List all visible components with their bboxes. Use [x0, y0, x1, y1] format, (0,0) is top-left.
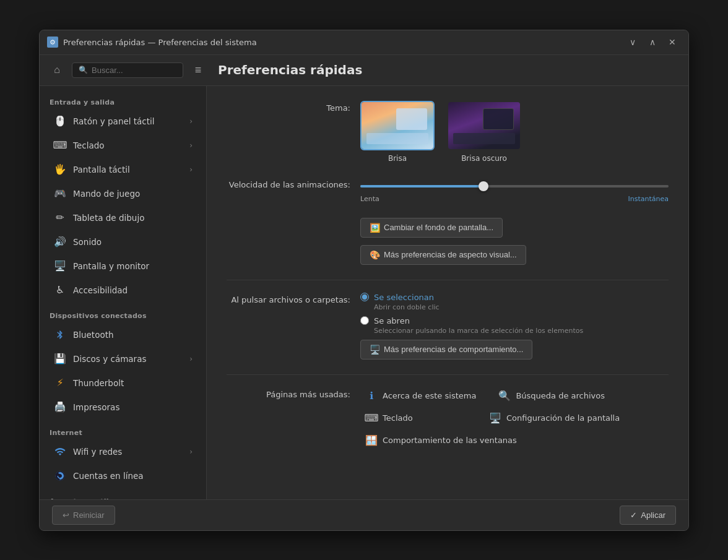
close-button[interactable]: ✕: [664, 35, 681, 49]
radio-option-select: Se seleccionan Abrir con doble clic: [360, 293, 669, 311]
sidebar-item-pantalla-monitor[interactable]: 🖥️ Pantalla y monitor: [43, 254, 202, 278]
visual-prefs-button[interactable]: 🎨 Más preferencias de aspecto visual...: [360, 245, 526, 265]
theme-dark-preview: [447, 101, 521, 150]
frequent-label: Páginas más usadas:: [227, 387, 350, 399]
frequent-items-2: ⌨️ Teclado 🖥️ Configuración de la pantal…: [360, 410, 669, 427]
animation-slider-track: [360, 185, 669, 187]
radio-group-file-click: Se seleccionan Abrir con doble clic Se a…: [360, 293, 669, 335]
sidebar-item-bluetooth[interactable]: Bluetooth: [43, 323, 202, 347]
bluetooth-icon: [53, 328, 67, 342]
sidebar-item-pantalla-tactil[interactable]: 🖐️ Pantalla táctil ›: [43, 158, 202, 181]
radio-label-open[interactable]: Se abren: [360, 316, 669, 325]
animation-slider-fill: [360, 185, 483, 187]
file-click-control: Se seleccionan Abrir con doble clic Se a…: [360, 293, 669, 360]
section-title-aspecto: Aspecto y estilo: [40, 493, 206, 499]
sidebar-item-raton[interactable]: 🖱️ Ratón y panel táctil ›: [43, 110, 202, 133]
section-title-dispositivos: Dispositivos conectados: [40, 307, 206, 322]
radio-sublabel-open: Seleccionar pulsando la marca de selecci…: [360, 327, 669, 335]
sidebar-item-discos[interactable]: 💾 Discos y cámaras ›: [43, 347, 202, 371]
animation-control: Lenta Instantánea: [360, 178, 669, 203]
sidebar-item-wifi[interactable]: Wifi y redes ›: [43, 440, 202, 463]
frequent-item-teclado[interactable]: ⌨️ Teclado: [360, 410, 472, 427]
animation-label: Velocidad de las animaciones:: [227, 178, 350, 189]
sidebar-label-raton: Ratón y panel táctil: [73, 116, 183, 126]
theme-dark-option[interactable]: Brisa oscuro: [447, 101, 521, 163]
reset-icon: ↩: [63, 510, 69, 520]
animation-slider-labels: Lenta Instantánea: [360, 195, 669, 203]
chevron-right-icon: ›: [189, 165, 193, 174]
frequent-label-config-pantalla: Configuración de la pantalla: [506, 413, 620, 423]
main-window: ⚙ Preferencias rápidas — Preferencias de…: [39, 30, 689, 531]
frequent-row-container: Páginas más usadas: ℹ️ Acerca de este si…: [227, 387, 669, 449]
maximize-button[interactable]: ∧: [644, 35, 661, 49]
mouse-icon: 🖱️: [53, 114, 67, 128]
frequent-item-busqueda[interactable]: 🔍 Búsqueda de archivos: [493, 387, 610, 405]
sound-icon: 🔊: [53, 235, 67, 249]
sidebar-label-pantalla-monitor: Pantalla y monitor: [73, 261, 193, 271]
sidebar-item-tableta[interactable]: ✏️ Tableta de dibujo: [43, 206, 202, 230]
minimize-button[interactable]: ∨: [624, 35, 641, 49]
touchscreen-icon: 🖐️: [53, 163, 67, 176]
visual-buttons-control: 🖼️ Cambiar el fondo de pantalla... 🎨 Más…: [360, 218, 669, 265]
gamepad-icon: 🎮: [53, 187, 67, 200]
sidebar-item-impresoras[interactable]: 🖨️ Impresoras: [43, 395, 202, 419]
content-area: Entrada y salida 🖱️ Ratón y panel táctil…: [40, 86, 688, 499]
section-title-internet: Internet: [40, 424, 206, 439]
titlebar: ⚙ Preferencias rápidas — Preferencias de…: [40, 30, 688, 55]
thunderbolt-icon: ⚡: [53, 376, 67, 390]
config-pantalla-icon: 🖥️: [489, 412, 501, 424]
visual-buttons: 🖼️ Cambiar el fondo de pantalla... 🎨 Más…: [360, 218, 669, 265]
apply-label: Aplicar: [641, 510, 665, 520]
sidebar-item-mando[interactable]: 🎮 Mando de juego: [43, 182, 202, 205]
chevron-right-icon: ›: [189, 447, 193, 456]
wallpaper-button[interactable]: 🖼️ Cambiar el fondo de pantalla...: [360, 218, 503, 238]
disk-icon: 💾: [53, 352, 67, 366]
sidebar-item-thunderbolt[interactable]: ⚡ Thunderbolt: [43, 371, 202, 395]
ventanas-icon: 🪟: [365, 434, 378, 447]
sidebar-item-teclado[interactable]: ⌨️ Teclado ›: [43, 134, 202, 157]
reset-button[interactable]: ↩ Reiniciar: [52, 506, 115, 525]
toolbar: ⌂ 🔍 ≡ Preferencias rápidas: [40, 55, 688, 86]
sidebar-label-discos: Discos y cámaras: [73, 354, 183, 364]
theme-brisa-option[interactable]: Brisa: [360, 101, 435, 163]
sidebar-item-accesibilidad[interactable]: ♿ Accesibilidad: [43, 278, 202, 302]
visual-prefs-label: Más preferencias de aspecto visual...: [384, 250, 517, 259]
page-title: Preferencias rápidas: [218, 62, 362, 77]
home-button[interactable]: ⌂: [47, 60, 67, 80]
radio-text-select: Se seleccionan: [374, 293, 434, 302]
animation-setting-row: Velocidad de las animaciones: Lenta Inst…: [227, 178, 669, 203]
section-divider-2: [227, 374, 669, 375]
checkmark-icon: ✓: [630, 510, 637, 520]
file-click-label: Al pulsar archivos o carpetas:: [227, 293, 350, 304]
sidebar-label-tableta: Tableta de dibujo: [73, 213, 193, 223]
section-title-entrada: Entrada y salida: [40, 93, 206, 109]
monitor-icon: 🖥️: [53, 259, 67, 273]
radio-input-select[interactable]: [360, 293, 369, 301]
sidebar-label-pantalla-tactil: Pantalla táctil: [73, 165, 183, 174]
printer-icon: 🖨️: [53, 400, 67, 414]
main-panel: Tema: Brisa: [207, 86, 688, 499]
frequent-items-3: 🪟 Comportamiento de las ventanas: [360, 432, 669, 449]
search-input[interactable]: [92, 66, 176, 75]
frequent-item-ventanas[interactable]: 🪟 Comportamiento de las ventanas: [360, 432, 522, 449]
behavior-button[interactable]: 🖥️ Más preferencias de comportamiento...: [360, 340, 532, 360]
theme-brisa-label: Brisa: [388, 154, 407, 163]
apply-button[interactable]: ✓ Aplicar: [620, 506, 676, 525]
radio-input-open[interactable]: [360, 316, 369, 325]
sidebar-item-sonido[interactable]: 🔊 Sonido: [43, 230, 202, 254]
frequent-item-config-pantalla[interactable]: 🖥️ Configuración de la pantalla: [484, 410, 625, 427]
animation-slider-wrapper: [360, 180, 669, 192]
frequent-label-busqueda: Búsqueda de archivos: [516, 391, 605, 400]
menu-button[interactable]: ≡: [188, 60, 208, 80]
teclado2-icon: ⌨️: [365, 412, 378, 424]
wallpaper-label: Cambiar el fondo de pantalla...: [384, 223, 493, 232]
theme-setting-row: Tema: Brisa: [227, 101, 669, 163]
sidebar: Entrada y salida 🖱️ Ratón y panel táctil…: [40, 86, 207, 499]
chevron-right-icon: ›: [189, 355, 193, 363]
radio-label-select[interactable]: Se seleccionan: [360, 293, 669, 302]
sidebar-item-cuentas[interactable]: Cuentas en línea: [43, 464, 202, 488]
frequent-item-sistema[interactable]: ℹ️ Acerca de este sistema: [360, 387, 481, 405]
online-accounts-icon: [53, 469, 67, 483]
animation-slider-thumb[interactable]: [479, 181, 488, 191]
sidebar-label-bluetooth: Bluetooth: [73, 330, 193, 340]
